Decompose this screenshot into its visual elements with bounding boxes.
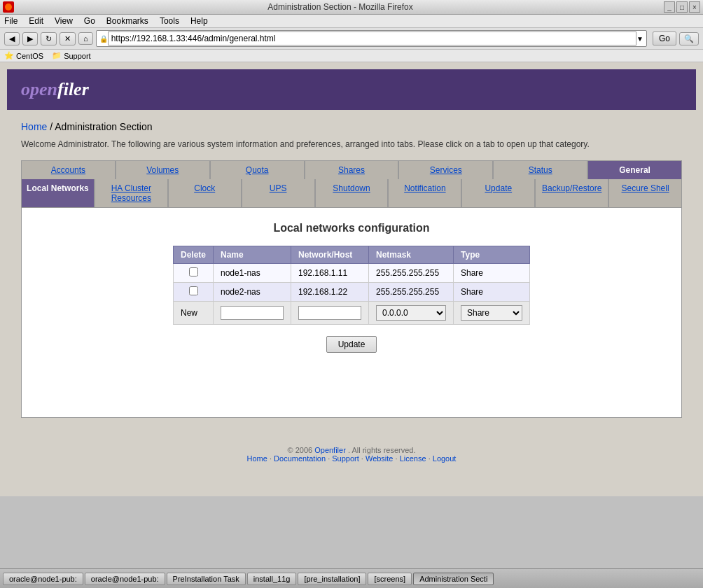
url-bar-wrap: 🔒 ▼ — [96, 30, 647, 47]
back-button[interactable]: ◀ — [4, 32, 20, 46]
menu-bookmarks[interactable]: Bookmarks — [106, 16, 148, 26]
footer-separator: · — [326, 454, 332, 463]
new-network-input[interactable] — [298, 306, 361, 320]
go-button[interactable]: Go — [653, 31, 676, 46]
footer-link-home[interactable]: Home — [247, 454, 267, 463]
svg-point-0 — [5, 4, 12, 10]
footer-link-support[interactable]: Support — [332, 454, 359, 463]
footer-copyright: © 2006 — [288, 446, 313, 454]
main-area: Home / Administration Section Welcome Ad… — [7, 110, 696, 474]
footer-separator: · — [394, 454, 400, 463]
delete-checkbox[interactable] — [189, 267, 198, 276]
close-button[interactable]: × — [689, 1, 700, 13]
home-button[interactable]: ⌂ — [78, 32, 93, 45]
primary-tab-shares[interactable]: Shares — [305, 160, 399, 179]
network-name: node2-nas — [214, 283, 291, 302]
welcome-text: Welcome Administrator. The following are… — [21, 139, 682, 149]
browser-menubar: File Edit View Go Bookmarks Tools Help — [0, 15, 703, 28]
secondary-tab-update[interactable]: Update — [461, 179, 535, 208]
primary-tab-accounts[interactable]: Accounts — [21, 160, 116, 179]
browser-title: Administration Section - Mozilla Firefox — [17, 2, 664, 12]
footer-link-website[interactable]: Website — [366, 454, 394, 463]
footer: © 2006 Openfiler . All rights reserved. … — [21, 439, 682, 463]
footer-link-license[interactable]: License — [400, 454, 426, 463]
reload-button[interactable]: ↻ — [41, 32, 57, 46]
forward-button[interactable]: ▶ — [22, 32, 38, 46]
menu-tools[interactable]: Tools — [160, 16, 179, 26]
new-row: New0.0.0.0ShareGuestNo Access — [173, 302, 529, 325]
home-link[interactable]: Home — [21, 121, 47, 132]
url-dropdown-icon[interactable]: ▼ — [636, 35, 643, 43]
stop-button[interactable]: ✕ — [60, 32, 76, 46]
secondary-tab-local-networks[interactable]: Local Networks — [21, 179, 95, 208]
footer-separator: · — [426, 454, 433, 463]
centos-icon: ⭐ — [4, 51, 14, 60]
browser-toolbar: ◀ ▶ ↻ ✕ ⌂ 🔒 ▼ Go 🔍 — [0, 28, 703, 50]
netmask: 255.255.255.255 — [369, 264, 454, 283]
lock-icon: 🔒 — [99, 35, 108, 43]
footer-separator: · — [359, 454, 366, 463]
new-type-select[interactable]: ShareGuestNo Access — [461, 305, 522, 321]
openfiler-logo: openfiler — [21, 79, 682, 100]
browser-titlebar: Administration Section - Mozilla Firefox… — [0, 0, 703, 15]
section-title: Local networks configuration — [36, 222, 667, 234]
table-row: node2-nas192.168.1.22255.255.255.255Shar… — [173, 283, 529, 302]
network-type: Share — [454, 283, 530, 302]
network-name: node1-nas — [214, 264, 291, 283]
secondary-tab-clock[interactable]: Clock — [168, 179, 242, 208]
secondary-tab-backup-restore[interactable]: Backup/Restore — [535, 179, 608, 208]
table-row: node1-nas192.168.1.11255.255.255.255Shar… — [173, 264, 529, 283]
primary-tab-services[interactable]: Services — [398, 160, 493, 179]
new-name-input[interactable] — [221, 306, 284, 320]
col-header-type: Type — [454, 246, 530, 264]
new-netmask-select[interactable]: 0.0.0.0 — [376, 305, 446, 321]
footer-brand-link[interactable]: Openfiler — [314, 446, 346, 454]
folder-icon: 📁 — [52, 51, 62, 60]
col-header-name: Name — [214, 246, 291, 264]
breadcrumb: Home / Administration Section — [21, 121, 682, 132]
menu-help[interactable]: Help — [190, 16, 208, 26]
content-panel: Local networks configuration DeleteNameN… — [21, 208, 682, 418]
footer-link-documentation[interactable]: Documentation — [274, 454, 326, 463]
update-button[interactable]: Update — [326, 336, 377, 353]
footer-link-logout[interactable]: Logout — [433, 454, 457, 463]
primary-tab-status[interactable]: Status — [493, 160, 587, 179]
menu-go[interactable]: Go — [84, 16, 95, 26]
menu-view[interactable]: View — [55, 16, 73, 26]
bookmark-support[interactable]: 📁 Support — [52, 51, 91, 60]
browser-title-buttons[interactable]: _ □ × — [664, 1, 700, 13]
col-header-delete: Delete — [173, 246, 213, 264]
primary-tab-volumes[interactable]: Volumes — [116, 160, 210, 179]
secondary-tab-shutdown[interactable]: Shutdown — [315, 179, 389, 208]
bookmarks-bar: ⭐ CentOS 📁 Support — [0, 50, 703, 62]
url-input[interactable] — [108, 31, 636, 46]
col-header-network-host: Network/Host — [291, 246, 369, 264]
search-button[interactable]: 🔍 — [679, 32, 699, 46]
secondary-tab-secure-shell[interactable]: Secure Shell — [608, 179, 682, 208]
primary-tab-quota[interactable]: Quota — [210, 160, 305, 179]
network-host: 192.168.1.11 — [291, 264, 369, 283]
footer-separator: · — [267, 454, 274, 463]
primary-tabs: AccountsVolumesQuotaSharesServicesStatus… — [21, 160, 682, 179]
secondary-tab-notification[interactable]: Notification — [388, 179, 461, 208]
new-row-label: New — [173, 302, 213, 325]
openfiler-header: openfiler — [7, 69, 696, 110]
breadcrumb-current: Administration Section — [55, 121, 152, 132]
network-host: 192.168.1.22 — [291, 283, 369, 302]
menu-file[interactable]: File — [4, 16, 18, 26]
delete-checkbox[interactable] — [189, 286, 198, 295]
col-header-netmask: Netmask — [369, 246, 454, 264]
page-content: openfiler Home / Administration Section … — [0, 62, 703, 496]
primary-tab-general[interactable]: General — [587, 160, 682, 179]
secondary-tab-ha-cluster-resources[interactable]: HA Cluster Resources — [95, 179, 168, 208]
netmask: 255.255.255.255 — [369, 283, 454, 302]
networks-table: DeleteNameNetwork/HostNetmaskType node1-… — [173, 246, 530, 325]
maximize-button[interactable]: □ — [676, 1, 688, 13]
secondary-tab-ups[interactable]: UPS — [242, 179, 315, 208]
bookmark-centos[interactable]: ⭐ CentOS — [4, 51, 43, 60]
minimize-button[interactable]: _ — [664, 1, 675, 13]
menu-edit[interactable]: Edit — [29, 16, 43, 26]
footer-rights: . All rights reserved. — [348, 446, 416, 454]
network-type: Share — [454, 264, 530, 283]
secondary-tabs: Local NetworksHA Cluster ResourcesClockU… — [21, 179, 682, 208]
